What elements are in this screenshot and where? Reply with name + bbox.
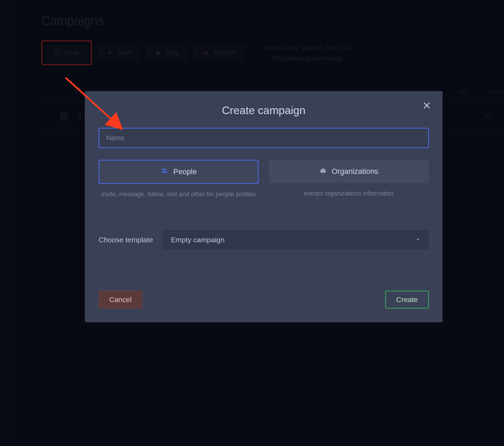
- cancel-button[interactable]: Cancel: [99, 291, 142, 309]
- svg-point-4: [162, 169, 164, 171]
- status-text: Last 24 hrs' actions 0 of 200 No campaig…: [264, 43, 350, 63]
- archive-button-label: Archive: [213, 49, 236, 57]
- row-checkbox[interactable]: [60, 113, 68, 120]
- people-icon: [160, 167, 169, 176]
- row-number: 1: [78, 112, 82, 121]
- people-type-label: People: [173, 167, 197, 176]
- chevron-down-icon: [415, 236, 421, 244]
- people-type-description: invite, message, follow, visit and other…: [99, 189, 259, 199]
- status-line-2: No campaigns running: [264, 53, 350, 63]
- svg-rect-2: [204, 51, 208, 52]
- column-header-proc: PROC: [488, 89, 504, 95]
- briefcase-icon: [319, 167, 327, 176]
- template-selected-value: Empty campaign: [171, 236, 225, 244]
- template-row: Choose template Empty campaign: [99, 230, 429, 249]
- annotation-highlight-box: New: [41, 40, 92, 65]
- svg-rect-3: [204, 52, 208, 55]
- people-type-button[interactable]: People: [99, 160, 259, 184]
- people-column: People invite, message, follow, visit an…: [99, 160, 259, 199]
- template-select[interactable]: Empty campaign: [163, 230, 429, 249]
- svg-rect-6: [321, 169, 326, 173]
- new-button-label: New: [65, 49, 79, 57]
- create-button[interactable]: Create: [385, 291, 429, 309]
- archive-button[interactable]: Archive: [194, 45, 244, 60]
- start-button[interactable]: Start: [98, 45, 140, 60]
- modal-footer: Cancel Create: [99, 291, 429, 309]
- new-button[interactable]: New: [46, 45, 87, 60]
- campaign-type-row: People invite, message, follow, visit an…: [99, 160, 429, 199]
- start-button-label: Start: [117, 49, 131, 57]
- close-button[interactable]: [422, 101, 432, 110]
- stop-button-label: Stop: [165, 49, 179, 57]
- organizations-type-description: extract organizations information: [269, 189, 429, 199]
- archive-icon: [203, 50, 209, 56]
- plus-circle-icon: [55, 50, 61, 56]
- column-header-hash: #: [41, 89, 76, 95]
- row-value: 32: [484, 112, 504, 121]
- create-campaign-modal: Create campaign People invite, message, …: [85, 91, 443, 322]
- sidebar-edge: [0, 0, 10, 446]
- column-header-ng: NG: [459, 89, 488, 95]
- organizations-column: Organizations extract organizations info…: [269, 160, 429, 199]
- status-line-1: Last 24 hrs' actions 0 of 200: [264, 43, 350, 53]
- organizations-type-button[interactable]: Organizations: [269, 160, 429, 183]
- svg-rect-1: [157, 51, 160, 54]
- play-icon: [107, 50, 113, 56]
- campaign-name-input[interactable]: [99, 128, 429, 148]
- organizations-type-label: Organizations: [332, 167, 378, 176]
- toolbar: New Start Stop Archive Last 24 hrs' acti…: [41, 40, 504, 65]
- stop-button[interactable]: Stop: [146, 45, 188, 60]
- stop-icon: [155, 50, 161, 56]
- page-title: Campaigns: [41, 14, 504, 28]
- modal-title: Create campaign: [99, 104, 429, 117]
- template-label: Choose template: [99, 236, 153, 244]
- svg-point-5: [165, 169, 167, 170]
